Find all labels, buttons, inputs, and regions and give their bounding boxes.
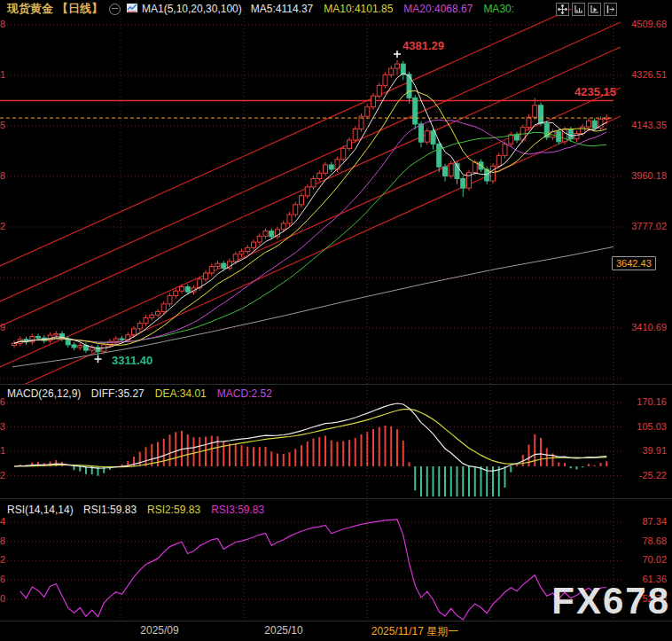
chart-type-icon[interactable] (127, 3, 137, 16)
price-axis-label: 4143.35 (613, 120, 667, 130)
rsi-axis-label: 70.02 (613, 554, 667, 565)
ma-legend: MA5:4114.37MA10:4101.85MA20:4068.67MA30: (251, 3, 525, 15)
rsi-legend-item: RSI1:59.83 (83, 504, 137, 516)
rsi-axis-label-left: 70.02 (0, 554, 5, 565)
macd-axis-label-left: 105.03 (0, 421, 5, 432)
symbol-title: 现货黄金 (7, 1, 53, 17)
time-axis-label: 2025/10 (264, 624, 302, 637)
price-axis-label-left: 3960.18 (0, 170, 5, 181)
macd-axis-label: -25.22 (613, 470, 667, 481)
timeframe-label: 【日线】 (57, 1, 103, 17)
rsi-legend-item: RSI3:59.83 (211, 504, 264, 516)
rsi-axis-label-left: 52.70 (0, 593, 5, 604)
price-axis-label: 3777.02 (613, 221, 667, 231)
ma-legend-item: MA20:4068.67 (403, 3, 473, 15)
price-axis-label-left: 4326.51 (0, 69, 5, 80)
ma-legend-item: MA5:4114.37 (251, 3, 314, 15)
watermark: FX678 (551, 580, 670, 622)
macd-axis-label: 170.16 (613, 396, 667, 407)
rsi-axis-label-left: 61.36 (0, 574, 5, 584)
pane-divider (0, 498, 672, 499)
macd-params-label: MACD(26,12,9) (7, 387, 81, 400)
time-axis-label: 2025/11/17 星期一 (371, 624, 459, 639)
price-axis-label-left: 4143.35 (0, 120, 5, 130)
macd-axis-label: 105.03 (613, 421, 667, 432)
macd-legend: MACD(26,12,9) DIFF:35.27DEA:34.01MACD:2.… (7, 387, 283, 400)
rsi-axis-label: 87.34 (613, 516, 667, 527)
price-axis-label-left: 4509.68 (0, 19, 5, 29)
rsi-legend: RSI(14,14,14) RSI1:59.83RSI2:59.83RSI3:5… (7, 504, 275, 516)
pane-divider (0, 384, 672, 385)
resistance-price-label: 4235.15 (532, 85, 616, 98)
rsi-axis-label-left: 87.34 (0, 516, 5, 527)
peak-price-label: 4381.29 (402, 39, 444, 52)
rsi-params-label: RSI(14,14,14) (7, 504, 74, 516)
exit-right-icon[interactable] (604, 3, 617, 16)
macd-axis-label-left: 170.16 (0, 396, 5, 407)
price-axis-label: 4326.51 (613, 69, 667, 80)
low-price-label: 3311.40 (112, 354, 152, 367)
price-axis-label: 4509.68 (613, 19, 667, 29)
rsi-axis-label: 78.68 (613, 535, 667, 546)
macd-axis-label: 39.91 (613, 445, 667, 456)
time-axis-label: 2025/09 (140, 624, 178, 637)
indicator-window-icon[interactable] (572, 3, 585, 16)
indicator-play-icon[interactable] (588, 3, 601, 16)
macd-legend-item: DEA:34.01 (155, 387, 207, 400)
price-axis-label-left: 3410.69 (0, 322, 5, 332)
macd-legend-item: DIFF:35.27 (91, 387, 145, 400)
move-icon[interactable] (556, 3, 569, 16)
chart-window: 现货黄金 【日线】 MA1(5,10,20,30,100) MA5:4114.3… (0, 0, 672, 641)
ma-params-label: MA1(5,10,20,30,100) (142, 3, 242, 15)
price-axis-label: 3410.69 (613, 322, 667, 332)
collapse-icon[interactable] (109, 4, 121, 15)
rsi-axis-label-left: 78.68 (0, 535, 5, 546)
price-axis-label-left: 3777.02 (0, 221, 5, 231)
price-axis-label: 3960.18 (613, 170, 667, 181)
macd-axis-label-left: 39.91 (0, 445, 5, 456)
chart-toolbar (556, 3, 617, 16)
rsi-legend-item: RSI2:59.83 (147, 504, 200, 516)
ma-legend-item: MA30: (483, 3, 514, 15)
axis-price-tag: 3642.43 (612, 256, 656, 270)
macd-axis-label-left: -25.22 (0, 470, 5, 481)
macd-legend-item: MACD:2.52 (217, 387, 272, 400)
ma-legend-item: MA10:4101.85 (324, 3, 393, 15)
